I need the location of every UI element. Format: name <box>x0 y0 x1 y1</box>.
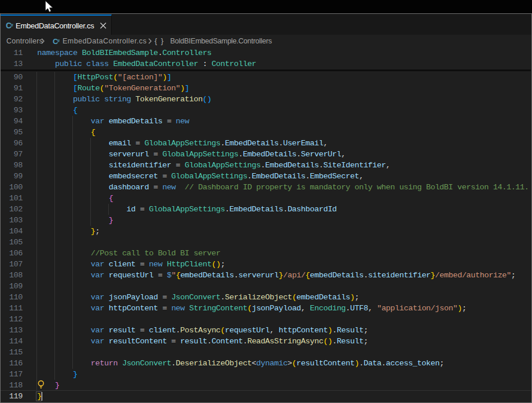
svg-text:#: # <box>10 22 13 27</box>
svg-text:#: # <box>57 38 60 43</box>
